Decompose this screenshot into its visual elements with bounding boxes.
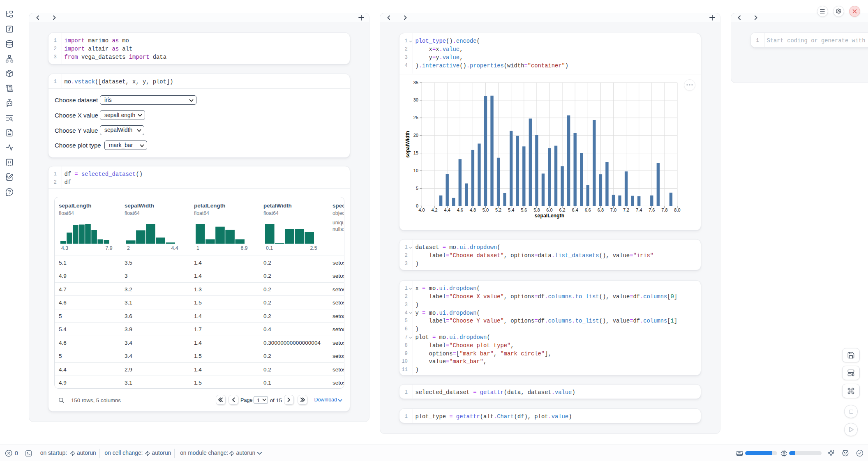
svg-text:6.6: 6.6 xyxy=(585,207,591,212)
svg-text:4.8: 4.8 xyxy=(470,207,476,212)
svg-text:15: 15 xyxy=(413,150,418,155)
svg-text:5: 5 xyxy=(416,186,418,191)
svg-text:6.0: 6.0 xyxy=(546,207,552,212)
svg-text:7.4: 7.4 xyxy=(636,207,642,212)
svg-text:7.6: 7.6 xyxy=(649,207,655,212)
svg-text:10: 10 xyxy=(413,168,418,173)
svg-text:6.4: 6.4 xyxy=(572,207,578,212)
svg-text:5.6: 5.6 xyxy=(521,207,527,212)
svg-text:30: 30 xyxy=(413,97,418,102)
svg-text:6.2: 6.2 xyxy=(559,207,565,212)
svg-text:sepalWidth: sepalWidth xyxy=(405,131,411,157)
svg-text:4.6: 4.6 xyxy=(457,207,463,212)
svg-text:8.0: 8.0 xyxy=(674,207,680,212)
svg-text:5.0: 5.0 xyxy=(482,207,489,212)
svg-text:sepalLength: sepalLength xyxy=(535,213,564,219)
svg-text:35: 35 xyxy=(413,80,418,85)
svg-text:5.4: 5.4 xyxy=(508,207,514,212)
svg-text:7.0: 7.0 xyxy=(610,207,616,212)
svg-text:20: 20 xyxy=(413,133,418,138)
svg-text:4.4: 4.4 xyxy=(444,207,450,212)
svg-text:7.2: 7.2 xyxy=(623,207,629,212)
svg-text:6.8: 6.8 xyxy=(598,207,604,212)
svg-text:5.8: 5.8 xyxy=(533,207,540,212)
svg-text:7.8: 7.8 xyxy=(661,207,667,212)
svg-text:25: 25 xyxy=(413,115,418,120)
svg-text:4.0: 4.0 xyxy=(418,207,425,212)
svg-text:0: 0 xyxy=(416,203,418,208)
svg-text:5.2: 5.2 xyxy=(495,207,501,212)
svg-text:4.2: 4.2 xyxy=(431,207,437,212)
